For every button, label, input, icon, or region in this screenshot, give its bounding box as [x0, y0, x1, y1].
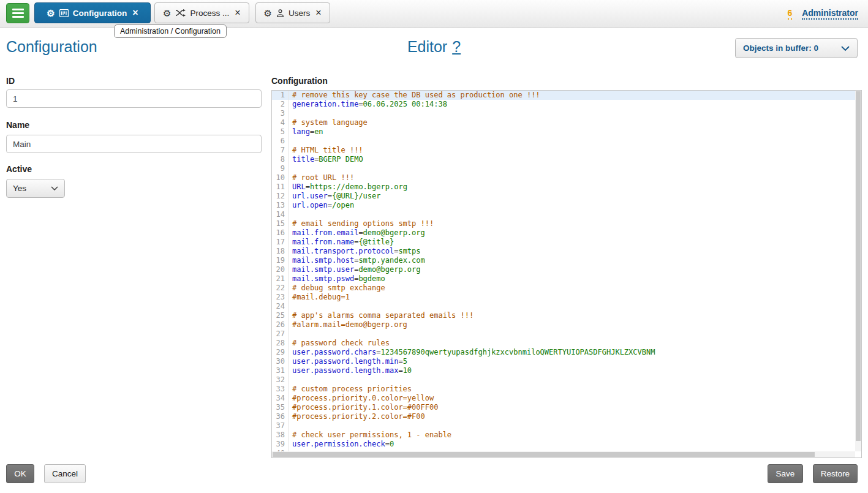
- code-line: 39user.permission.check=0: [272, 440, 861, 449]
- buffer-label: Objects in buffer: 0: [743, 43, 818, 53]
- line-content: user.password.chars=1234567890qwertyupas…: [289, 348, 655, 357]
- tab-label: Configuration: [73, 9, 127, 18]
- restore-button[interactable]: Restore: [813, 464, 858, 483]
- code-line: 17mail.from.name={@title}: [272, 238, 861, 247]
- code-line: 5lang=en: [272, 127, 861, 137]
- horizontal-scrollbar-thumb[interactable]: [273, 452, 815, 457]
- line-content: # system language: [289, 118, 368, 127]
- code-line: 34#process.priority.0.color=yellow: [272, 394, 861, 403]
- gear-icon: ⚙: [264, 9, 272, 18]
- line-content: # HTML title !!!: [289, 146, 363, 155]
- vertical-scrollbar-thumb[interactable]: [856, 91, 861, 441]
- config-panel-icon: [59, 9, 69, 17]
- code-line: 29user.password.chars=1234567890qwertyup…: [272, 348, 861, 357]
- code-line: 7# HTML title !!!: [272, 146, 861, 155]
- ok-button[interactable]: OK: [6, 464, 34, 483]
- chevron-down-icon: [51, 186, 58, 190]
- app-window: ⚙ Configuration × ⚙: [0, 0, 868, 493]
- line-content: lang=en: [289, 127, 323, 137]
- line-content: mail.transport.protocol=smtps: [289, 247, 421, 256]
- help-link[interactable]: ?: [452, 38, 461, 55]
- line-number: 20: [272, 265, 289, 274]
- shuffle-icon: [175, 9, 186, 17]
- line-content: title=BGERP DEMO: [289, 155, 363, 164]
- line-content: mail.smtp.pswd=bgdemo: [289, 274, 385, 284]
- line-number: 7: [272, 146, 289, 155]
- line-content: url.user={@URL}/user: [289, 192, 381, 201]
- tab-process[interactable]: ⚙ Process ... ×: [154, 2, 249, 23]
- line-number: 22: [272, 284, 289, 293]
- name-label: Name: [6, 120, 29, 130]
- notification-count-link[interactable]: 6: [788, 8, 793, 20]
- close-icon[interactable]: ×: [235, 8, 240, 18]
- line-number: 19: [272, 256, 289, 265]
- code-line: 18mail.transport.protocol=smtps: [272, 247, 861, 256]
- user-icon: [276, 9, 284, 17]
- line-content: #process.priority.1.color=#00FF00: [289, 403, 438, 412]
- page-title: Configuration: [6, 38, 97, 56]
- name-field[interactable]: [6, 135, 262, 153]
- code-line: 22# debug smtp exchange: [272, 284, 861, 293]
- line-content: [289, 137, 296, 146]
- code-line: 26#alarm.mail=demo@bgerp.org: [272, 320, 861, 329]
- code-line: 33# custom process priorities: [272, 385, 861, 394]
- line-content: #process.priority.0.color=yellow: [289, 394, 434, 403]
- line-number: 10: [272, 173, 289, 183]
- line-content: # check user permissions, 1 - enable: [289, 431, 451, 440]
- line-number: 5: [272, 127, 289, 137]
- line-content: url.open=/open: [289, 201, 354, 210]
- line-content: # custom process priorities: [289, 385, 412, 394]
- code-line: 15# email sending options smtp !!!: [272, 219, 861, 228]
- tab-label: Users: [289, 9, 310, 18]
- line-content: #mail.debug=1: [289, 293, 350, 302]
- close-icon[interactable]: ×: [132, 8, 138, 18]
- buffer-dropdown[interactable]: Objects in buffer: 0: [735, 38, 858, 58]
- line-number: 27: [272, 329, 289, 339]
- line-number: 2: [272, 100, 289, 109]
- line-number: 39: [272, 440, 289, 449]
- code-line: 31user.password.length.max=10: [272, 366, 861, 375]
- line-content: [289, 329, 296, 339]
- line-content: mail.smtp.user=demo@bgerp.org: [289, 265, 421, 274]
- tab-users[interactable]: ⚙ Users ×: [255, 2, 330, 23]
- user-menu-link[interactable]: Administrator: [802, 8, 858, 20]
- line-number: 24: [272, 302, 289, 311]
- line-number: 11: [272, 183, 289, 192]
- line-number: 3: [272, 109, 289, 118]
- horizontal-scrollbar[interactable]: [272, 451, 855, 457]
- line-content: # password check rules: [289, 339, 390, 348]
- line-content: [289, 375, 296, 385]
- line-number: 6: [272, 137, 289, 146]
- vertical-scrollbar[interactable]: [855, 91, 861, 451]
- id-label: ID: [6, 76, 15, 86]
- code-line: 38# check user permissions, 1 - enable: [272, 431, 861, 440]
- gear-icon: ⚙: [163, 9, 171, 18]
- code-line: 9: [272, 164, 861, 173]
- code-line: 1# remove this key case the DB used as p…: [272, 91, 861, 100]
- line-content: mail.smtp.host=smtp.yandex.com: [289, 256, 425, 265]
- menu-button[interactable]: [6, 3, 29, 23]
- id-field[interactable]: [6, 89, 262, 108]
- code-line: 35#process.priority.1.color=#00FF00: [272, 403, 861, 412]
- code-line: 30user.password.length.min=5: [272, 357, 861, 366]
- line-content: [289, 421, 296, 431]
- line-number: 29: [272, 348, 289, 357]
- code-line: 32: [272, 375, 861, 385]
- save-button[interactable]: Save: [768, 464, 803, 483]
- code-line: 2generation.time=06.06.2025 00:14:38: [272, 100, 861, 109]
- line-content: user.password.length.min=5: [289, 357, 407, 366]
- cancel-button[interactable]: Cancel: [44, 464, 86, 483]
- line-number: 34: [272, 394, 289, 403]
- close-icon[interactable]: ×: [315, 8, 321, 18]
- active-select[interactable]: Yes: [6, 179, 65, 198]
- code-editor[interactable]: 1# remove this key case the DB used as p…: [271, 90, 862, 458]
- line-content: mail.from.name={@title}: [289, 238, 394, 247]
- line-content: [289, 210, 296, 219]
- line-content: user.permission.check=0: [289, 440, 394, 449]
- code-line: 27: [272, 329, 861, 339]
- code-line: 11URL=https://demo.bgerp.org: [272, 183, 861, 192]
- line-number: 15: [272, 219, 289, 228]
- line-number: 17: [272, 238, 289, 247]
- line-number: 23: [272, 293, 289, 302]
- tab-configuration[interactable]: ⚙ Configuration ×: [34, 2, 151, 23]
